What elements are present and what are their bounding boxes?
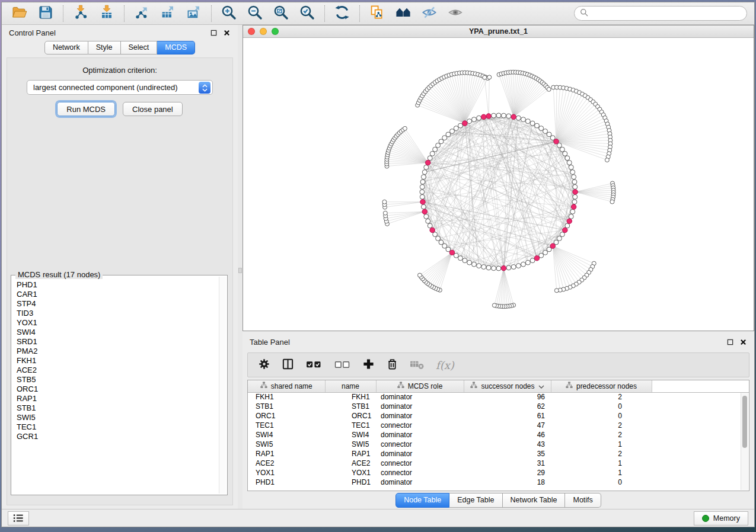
mcds-result-item[interactable]: TEC1 — [17, 422, 218, 432]
cell-successor-nodes[interactable]: 18 — [464, 477, 551, 487]
leaf-node[interactable] — [547, 87, 551, 91]
mcds-result-item[interactable]: SRD1 — [17, 337, 218, 347]
network-node[interactable] — [424, 214, 429, 219]
cell-shared-name[interactable]: ACE2 — [248, 459, 325, 468]
column-header-name[interactable]: name — [325, 380, 376, 392]
mcds-node[interactable] — [501, 265, 506, 271]
network-node[interactable] — [492, 113, 496, 118]
mcds-result-item[interactable]: STB5 — [17, 375, 218, 384]
network-node[interactable] — [572, 200, 577, 204]
column-header-predecessor-nodes[interactable]: predecessor nodes — [551, 380, 652, 392]
cell-shared-name[interactable]: SWI4 — [248, 430, 325, 440]
float-panel-icon[interactable] — [726, 338, 734, 346]
mcds-result-item[interactable]: YOX1 — [17, 318, 218, 328]
network-node[interactable] — [567, 161, 572, 165]
cell-predecessor-nodes[interactable]: 1 — [551, 440, 652, 449]
cell-shared-name[interactable]: SWI5 — [248, 440, 325, 449]
network-node[interactable] — [472, 262, 477, 267]
network-node[interactable] — [496, 113, 501, 118]
cell-MCDS-role[interactable]: dominator — [376, 477, 464, 487]
network-node[interactable] — [543, 250, 548, 255]
mcds-node[interactable] — [550, 243, 556, 249]
zoom-out-button[interactable] — [242, 4, 268, 23]
network-node[interactable] — [439, 139, 444, 144]
cell-successor-nodes[interactable]: 62 — [464, 402, 551, 411]
cell-shared-name[interactable]: TEC1 — [248, 421, 325, 430]
vertical-splitter[interactable] — [238, 25, 243, 509]
tab-node-table[interactable]: Node Table — [395, 493, 449, 508]
network-node[interactable] — [421, 204, 426, 209]
cell-successor-nodes[interactable]: 47 — [464, 421, 551, 430]
column-header-shared-name[interactable]: shared name — [248, 380, 325, 392]
table-row[interactable]: TEC1TEC1connector472 — [248, 421, 749, 430]
mcds-result-item[interactable]: STP4 — [17, 299, 218, 309]
network-nodes[interactable] — [382, 70, 615, 308]
network-node[interactable] — [565, 156, 570, 161]
network-node[interactable] — [467, 119, 472, 124]
cell-predecessor-nodes[interactable]: 1 — [551, 459, 652, 468]
cell-successor-nodes[interactable]: 43 — [464, 440, 551, 449]
table-row[interactable]: YOX1YOX1connector291 — [248, 468, 749, 477]
network-node[interactable] — [477, 264, 481, 268]
table-row[interactable]: RAP1RAP1dominator352 — [248, 449, 749, 459]
network-node[interactable] — [569, 214, 573, 219]
mcds-node[interactable] — [462, 121, 468, 126]
delete-button[interactable] — [386, 357, 398, 373]
cell-successor-nodes[interactable]: 96 — [464, 392, 551, 402]
cell-predecessor-nodes[interactable]: 0 — [551, 477, 652, 487]
window-minimize-button[interactable] — [260, 28, 267, 35]
export-table-button[interactable] — [155, 4, 181, 23]
cell-shared-name[interactable]: ORC1 — [248, 411, 325, 421]
network-view[interactable] — [243, 38, 754, 331]
network-node[interactable] — [572, 180, 577, 184]
network-node[interactable] — [420, 184, 425, 189]
show-all-button[interactable] — [442, 4, 468, 23]
network-node[interactable] — [530, 121, 535, 126]
cell-name[interactable]: SWI5 — [325, 440, 376, 449]
mcds-node[interactable] — [554, 139, 559, 145]
network-node[interactable] — [569, 165, 573, 169]
cell-MCDS-role[interactable]: connector — [376, 421, 464, 430]
columns-button[interactable] — [282, 357, 294, 373]
tab-edge-table[interactable]: Edge Table — [449, 493, 502, 508]
network-node[interactable] — [454, 126, 458, 131]
cell-predecessor-nodes[interactable]: 2 — [551, 430, 652, 440]
cell-MCDS-role[interactable]: dominator — [376, 402, 464, 411]
export-image-button[interactable] — [181, 4, 207, 23]
cell-successor-nodes[interactable]: 61 — [464, 411, 551, 421]
network-node[interactable] — [420, 180, 425, 184]
hide-selected-button[interactable] — [416, 4, 442, 23]
network-node[interactable] — [530, 258, 535, 263]
network-node[interactable] — [563, 151, 567, 156]
mcds-result-item[interactable]: SWI5 — [17, 413, 218, 422]
cell-predecessor-nodes[interactable]: 2 — [551, 449, 652, 459]
network-node[interactable] — [430, 151, 435, 156]
cell-successor-nodes[interactable]: 46 — [464, 430, 551, 440]
cell-successor-nodes[interactable]: 35 — [464, 449, 551, 459]
leaf-node[interactable] — [483, 75, 487, 79]
network-node[interactable] — [422, 170, 427, 175]
cell-name[interactable]: ACE2 — [325, 459, 376, 468]
column-header-MCDS-role[interactable]: MCDS role — [376, 380, 464, 392]
refresh-layout-button[interactable] — [329, 4, 355, 23]
network-node[interactable] — [570, 209, 575, 214]
leaf-node[interactable] — [554, 289, 559, 293]
network-node[interactable] — [525, 260, 530, 265]
mcds-result-item[interactable]: PMA2 — [17, 347, 218, 356]
cell-predecessor-nodes[interactable]: 0 — [551, 402, 652, 411]
zoom-fit-button[interactable] — [268, 4, 294, 23]
network-node[interactable] — [506, 114, 511, 118]
column-header-successor-nodes[interactable]: successor nodes — [464, 380, 551, 392]
float-panel-icon[interactable] — [210, 29, 218, 37]
settings-gear-button[interactable] — [258, 357, 270, 373]
cell-successor-nodes[interactable]: 29 — [464, 468, 551, 477]
cell-successor-nodes[interactable]: 31 — [464, 459, 551, 468]
network-node[interactable] — [428, 223, 432, 228]
network-node[interactable] — [458, 256, 462, 261]
zoom-selected-button[interactable] — [294, 4, 320, 23]
scrollbar-thumb[interactable] — [742, 396, 747, 448]
first-neighbors-button[interactable] — [390, 4, 416, 23]
network-node[interactable] — [565, 223, 570, 228]
table-row[interactable]: ORC1ORC1dominator610 — [248, 411, 749, 421]
cell-name[interactable]: FKH1 — [325, 392, 376, 402]
